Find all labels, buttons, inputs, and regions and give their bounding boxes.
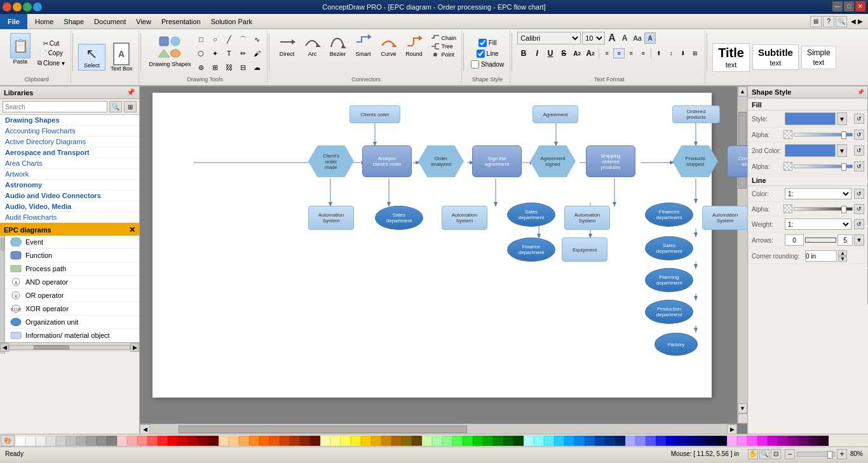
line-alpha-reset-btn[interactable]: ↺ — [854, 204, 864, 214]
palette-swatch-#ff88ff[interactable] — [737, 436, 747, 446]
node-products-shipped[interactable]: Productsshipped — [672, 145, 718, 177]
node-production-dept2[interactable]: Productiondepartment — [645, 300, 693, 324]
minimize-btn[interactable]: — — [832, 1, 843, 11]
arc-connector-btn[interactable]: Arc — [300, 32, 324, 58]
window-close-btn[interactable] — [3, 3, 11, 11]
palette-swatch-#000088[interactable] — [686, 436, 696, 446]
palette-swatch-#00cc00[interactable] — [473, 436, 483, 446]
palette-swatch-#220022[interactable] — [818, 436, 829, 446]
palette-swatch-#f5f5f5[interactable] — [25, 436, 36, 446]
epc-item-info-material[interactable]: Information/ material object — [5, 329, 139, 342]
palette-swatch-#909090[interactable] — [97, 436, 107, 446]
italic-btn[interactable]: I — [531, 47, 543, 60]
palette-swatch-#440044[interactable] — [808, 436, 818, 446]
node-finances-dept[interactable]: Financesdepartment — [645, 203, 693, 227]
clone-button[interactable]: ⧉ Clone ▾ — [36, 58, 67, 67]
line-checkbox[interactable] — [477, 50, 485, 58]
node-auto-sys-2[interactable]: AutomationSystem — [442, 206, 487, 230]
epc-item-or-operator[interactable]: ∨ OR operator — [5, 289, 139, 302]
lib-item-audio-video[interactable]: Audio and Video Connectors — [0, 191, 139, 201]
line-color-select[interactable]: 1: — [785, 188, 851, 199]
node-shipping[interactable]: Shippingorderedproducts — [586, 145, 635, 177]
font-grow-btn[interactable]: A — [606, 32, 618, 44]
epc-item-process-path[interactable]: Process path — [5, 262, 139, 276]
cloud-tool[interactable]: ☁ — [250, 61, 263, 74]
hscroll-left-btn[interactable]: ◀ — [140, 424, 150, 434]
hscroll-right-btn[interactable]: ▶ — [727, 424, 737, 434]
text-box-button[interactable]: A Text Box — [108, 41, 135, 73]
epc-item-xor-operator[interactable]: XOR XOR operator — [5, 302, 139, 316]
palette-swatch-#88ff88[interactable] — [442, 436, 452, 446]
pin-libraries-btn[interactable]: 📌 — [126, 88, 135, 97]
lib-item-accounting[interactable]: Accounting Flowcharts — [0, 126, 139, 137]
fill-2nd-color-swatch[interactable] — [785, 144, 836, 157]
palette-swatch-#886600[interactable] — [402, 436, 412, 446]
node-analyze[interactable]: Analyzeclient's order — [362, 145, 412, 177]
menu-solution-park[interactable]: Solution Park — [206, 14, 257, 29]
palette-swatch-#aa0000[interactable] — [188, 436, 198, 446]
layout-btn[interactable]: ⊞ — [810, 16, 822, 27]
palette-swatch-#8888ff[interactable] — [635, 436, 646, 446]
palette-swatch-#b0b0b0[interactable] — [76, 436, 86, 446]
fill-2nd-alpha-slider[interactable] — [794, 164, 853, 168]
bold-btn[interactable]: B — [517, 47, 530, 60]
palette-swatch-#cc0000[interactable] — [178, 436, 188, 446]
select-button[interactable]: ↖ Select — [78, 44, 105, 70]
palette-swatch-#008800[interactable] — [493, 436, 503, 446]
window-extra-btn[interactable] — [33, 3, 42, 11]
epc-header[interactable]: EPC diagrams ✕ — [0, 224, 139, 236]
lib-item-area-charts[interactable]: Area Charts — [0, 158, 139, 169]
fill-style-reset-btn[interactable]: ↺ — [854, 114, 864, 124]
palette-swatch-#003388[interactable] — [605, 436, 615, 446]
palette-swatch-#0000aa[interactable] — [676, 436, 686, 446]
simple-text-style[interactable]: Simple text — [801, 46, 836, 69]
brush-tool[interactable]: 🖌 — [250, 47, 263, 60]
chain-connector-btn[interactable]: Chain — [430, 34, 458, 42]
fit-btn[interactable]: ⊡ — [771, 449, 781, 459]
round-connector-btn[interactable]: Round — [402, 32, 426, 58]
align-right-btn[interactable]: ≡ — [625, 48, 637, 58]
shadow-toggle[interactable]: Shadow — [469, 60, 506, 69]
palette-swatch-#aaffff[interactable] — [524, 436, 534, 446]
node-auto-sys-4[interactable]: AutomationSystem — [702, 206, 747, 230]
ellipse-tool[interactable]: ○ — [208, 33, 221, 46]
line-weight-reset-btn[interactable]: ↺ — [854, 219, 864, 229]
zoom-slider[interactable] — [797, 452, 835, 457]
vscroll-up-btn[interactable]: ▲ — [738, 86, 747, 97]
palette-swatch-#ff6600[interactable] — [259, 436, 269, 446]
palette-swatch-#ffaa55[interactable] — [239, 436, 249, 446]
library-search-btn[interactable]: 🔍 — [109, 101, 122, 112]
palette-swatch-#808080[interactable] — [107, 436, 117, 446]
corner-rounding-down-btn[interactable]: ▼ — [838, 256, 847, 262]
line-weight-select[interactable]: 1: — [785, 218, 851, 230]
palette-swatch-#eeeeee[interactable] — [36, 436, 46, 446]
pencil-tool[interactable]: ✏ — [236, 47, 249, 60]
line-color-reset-btn[interactable]: ↺ — [854, 189, 864, 199]
epc-item-and-operator[interactable]: ∧ AND operator — [5, 276, 139, 289]
node-auto-sys-1[interactable]: AutomationSystem — [308, 206, 354, 230]
palette-swatch-#00aaff[interactable] — [564, 436, 574, 446]
palette-swatch-#00aa00[interactable] — [483, 436, 493, 446]
direct-connector-btn[interactable]: Direct — [275, 32, 299, 58]
lib-item-active-directory[interactable]: Active Directory Diagrams — [0, 137, 139, 147]
curve-draw-tool[interactable]: ∿ — [250, 33, 263, 46]
palette-swatch-#2222ee[interactable] — [656, 436, 666, 446]
menu-presentation[interactable]: Presentation — [156, 14, 206, 29]
fill-alpha-thumb[interactable] — [841, 131, 846, 139]
fill-2nd-alpha-reset-btn[interactable]: ↺ — [854, 161, 864, 171]
font-family-select[interactable]: Calibri — [517, 32, 581, 44]
node-sales-dept-3[interactable]: Salesdepartment — [645, 236, 693, 260]
palette-swatch-#ff8822[interactable] — [249, 436, 259, 446]
palette-swatch-#aa3300[interactable] — [290, 436, 300, 446]
palette-swatch-#5555ff[interactable] — [646, 436, 656, 446]
tree-connector-btn[interactable]: Tree — [430, 43, 458, 50]
fill-style-swatch[interactable] — [785, 112, 836, 125]
font-aa-btn[interactable]: Aa — [632, 32, 643, 44]
palette-swatch-#ff8888[interactable] — [137, 436, 147, 446]
node-planning-dept[interactable]: Planningdepartment — [645, 268, 693, 292]
window-maximize-btn[interactable] — [23, 3, 32, 11]
restore-btn[interactable]: □ — [844, 1, 854, 11]
corner-rounding-up-btn[interactable]: ▲ — [838, 250, 847, 256]
palette-swatch-#ffff55[interactable] — [341, 436, 351, 446]
zoom-out-btn[interactable]: − — [785, 449, 795, 459]
